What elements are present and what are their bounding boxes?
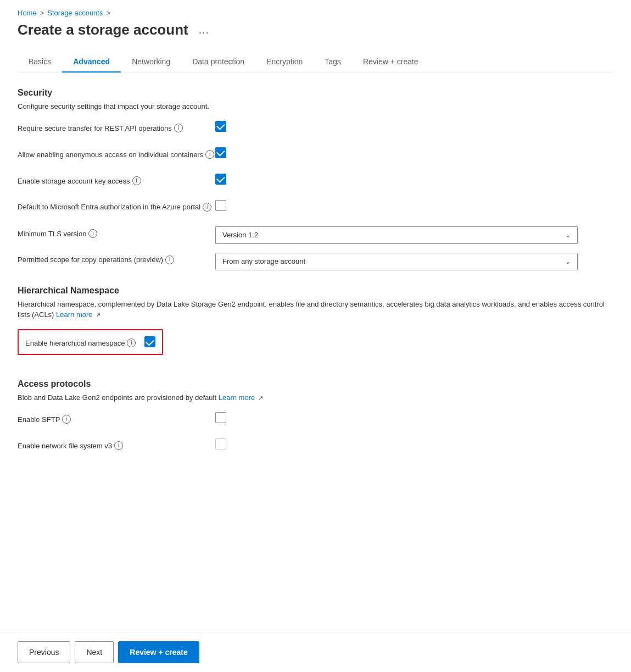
enable-storage-key-access-row: Enable storage account key access i xyxy=(18,174,613,191)
access-protocols-section: Access protocols Blob and Data Lake Gen2… xyxy=(18,379,613,456)
breadcrumb-storage-accounts[interactable]: Storage accounts xyxy=(47,9,103,17)
bottom-bar: Previous Next Review + create xyxy=(0,632,631,672)
tab-basics[interactable]: Basics xyxy=(18,52,62,73)
enable-storage-key-access-checkbox[interactable] xyxy=(215,174,226,185)
hierarchical-namespace-learn-more[interactable]: Learn more xyxy=(56,310,92,319)
allow-anonymous-access-label: Allow enabling anonymous access on indiv… xyxy=(18,147,215,160)
previous-button[interactable]: Previous xyxy=(18,641,70,663)
allow-anonymous-access-checkbox[interactable] xyxy=(215,147,226,158)
tab-encryption[interactable]: Encryption xyxy=(255,52,314,73)
breadcrumb-home[interactable]: Home xyxy=(18,9,37,17)
security-title: Security xyxy=(18,88,613,98)
copy-scope-chevron-icon: ⌄ xyxy=(565,258,571,265)
enable-hierarchical-namespace-highlight: Enable hierarchical namespace i xyxy=(18,329,163,356)
access-protocols-desc: Blob and Data Lake Gen2 endpoints are pr… xyxy=(18,392,613,403)
allow-anonymous-access-row: Allow enabling anonymous access on indiv… xyxy=(18,147,613,165)
copy-scope-info-icon[interactable]: i xyxy=(165,256,174,264)
allow-anonymous-access-info-icon[interactable]: i xyxy=(205,150,214,159)
enable-hierarchical-namespace-checkbox[interactable] xyxy=(144,336,155,347)
require-secure-transfer-info-icon[interactable]: i xyxy=(174,124,183,132)
enable-sftp-label: Enable SFTP i xyxy=(18,412,215,425)
copy-scope-value: From any storage account xyxy=(222,257,305,265)
enable-sftp-info-icon[interactable]: i xyxy=(62,415,71,424)
default-entra-auth-info-icon[interactable]: i xyxy=(203,203,211,212)
require-secure-transfer-row: Require secure transfer for REST API ope… xyxy=(18,121,613,138)
enable-nfs-label: Enable network file system v3 i xyxy=(18,438,215,452)
access-protocols-learn-more[interactable]: Learn more xyxy=(219,393,255,402)
access-protocols-external-link-icon: ↗ xyxy=(258,393,263,403)
review-create-button[interactable]: Review + create xyxy=(118,641,199,663)
default-entra-auth-checkbox[interactable] xyxy=(215,200,226,211)
security-desc: Configure security settings that impact … xyxy=(18,101,613,112)
tls-version-row: Minimum TLS version i Version 1.2 ⌄ xyxy=(18,226,613,244)
tab-bar: Basics Advanced Networking Data protecti… xyxy=(18,52,613,73)
hierarchical-namespace-external-link-icon: ↗ xyxy=(96,310,100,320)
enable-nfs-row: Enable network file system v3 i xyxy=(18,438,613,456)
enable-storage-key-access-info-icon[interactable]: i xyxy=(132,176,141,185)
copy-scope-label: Permitted scope for copy operations (pre… xyxy=(18,253,215,265)
tab-networking[interactable]: Networking xyxy=(121,52,181,73)
tls-version-chevron-icon: ⌄ xyxy=(565,231,571,239)
tab-tags[interactable]: Tags xyxy=(314,52,352,73)
enable-hierarchical-namespace-label: Enable hierarchical namespace i xyxy=(25,336,136,349)
tls-version-value: Version 1.2 xyxy=(222,231,258,239)
hierarchical-namespace-title: Hierarchical Namespace xyxy=(18,286,613,296)
default-entra-auth-label: Default to Microsoft Entra authorization… xyxy=(18,200,215,212)
default-entra-auth-row: Default to Microsoft Entra authorization… xyxy=(18,200,613,218)
enable-nfs-info-icon[interactable]: i xyxy=(114,441,123,450)
hierarchical-namespace-desc: Hierarchical namespace, complemented by … xyxy=(18,299,613,320)
tab-data-protection[interactable]: Data protection xyxy=(181,52,255,73)
breadcrumb: Home > Storage accounts > xyxy=(18,9,613,17)
require-secure-transfer-checkbox[interactable] xyxy=(215,121,226,132)
copy-scope-select[interactable]: From any storage account ⌄ xyxy=(215,253,578,270)
hierarchical-namespace-section: Hierarchical Namespace Hierarchical name… xyxy=(18,286,613,364)
tls-version-info-icon[interactable]: i xyxy=(88,229,97,238)
tls-version-select[interactable]: Version 1.2 ⌄ xyxy=(215,226,578,244)
ellipsis-button[interactable]: … xyxy=(195,23,213,37)
enable-nfs-checkbox[interactable] xyxy=(215,438,226,449)
breadcrumb-sep2: > xyxy=(106,9,110,17)
next-button[interactable]: Next xyxy=(75,641,114,663)
enable-storage-key-access-label: Enable storage account key access i xyxy=(18,174,215,187)
tls-version-label: Minimum TLS version i xyxy=(18,226,215,240)
tab-advanced[interactable]: Advanced xyxy=(62,52,121,73)
require-secure-transfer-label: Require secure transfer for REST API ope… xyxy=(18,121,215,134)
access-protocols-title: Access protocols xyxy=(18,379,613,389)
copy-scope-row: Permitted scope for copy operations (pre… xyxy=(18,253,613,270)
enable-sftp-checkbox[interactable] xyxy=(215,412,226,423)
breadcrumb-sep1: > xyxy=(40,9,44,17)
enable-hierarchical-namespace-info-icon[interactable]: i xyxy=(127,338,136,347)
page-title: Create a storage account xyxy=(18,21,188,38)
security-section: Security Configure security settings tha… xyxy=(18,88,613,270)
enable-sftp-row: Enable SFTP i xyxy=(18,412,613,430)
tab-review-create[interactable]: Review + create xyxy=(352,52,429,73)
